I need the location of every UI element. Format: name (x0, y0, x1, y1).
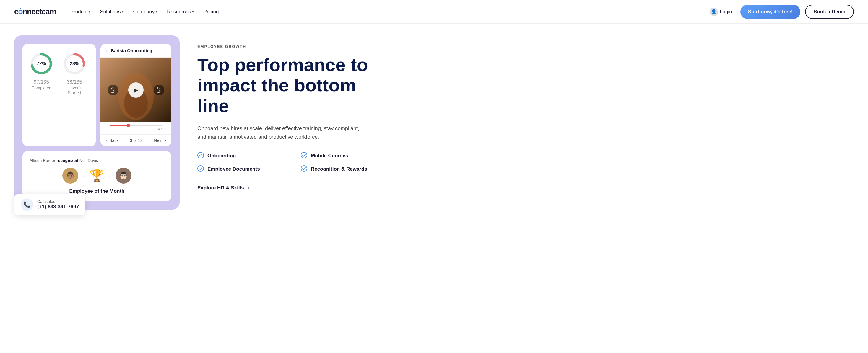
pricing-label: Pricing (203, 9, 219, 15)
recognition-title: Employee of the Month (69, 188, 125, 194)
hero-title-line1: Top performance to (197, 55, 368, 75)
video-back-button[interactable]: < Back (106, 138, 119, 143)
sender-avatar-placeholder: 👨🏽 (62, 168, 78, 184)
not-started-numbers: 38/135 Haven't Started (60, 79, 89, 95)
feature-recognition-rewards: Recognition & Rewards (301, 165, 386, 173)
nav-resources[interactable]: Resources ▾ (163, 6, 197, 17)
nav-pricing[interactable]: Pricing (200, 6, 222, 17)
arrow-right-icon-2: › (109, 173, 111, 179)
feature-label-mobile-courses: Mobile Courses (311, 153, 348, 159)
not-started-donut: 28% (63, 52, 86, 76)
skip-forward-button[interactable]: ↻10 (154, 85, 164, 95)
feature-employee-documents: Employee Documents (197, 165, 283, 173)
company-label: Company (133, 9, 155, 15)
chevron-down-icon: ▾ (122, 10, 123, 13)
check-icon-mobile-courses (301, 152, 307, 160)
not-started-percent: 28% (70, 61, 79, 66)
svg-point-8 (301, 152, 307, 158)
completed-donut: 72% (30, 52, 53, 76)
logo-text: cȯnnecteam (14, 7, 56, 16)
login-button[interactable]: 👤 Login (706, 5, 736, 18)
video-progress-indicator (126, 124, 130, 127)
sender-avatar: 👨🏽 (62, 168, 78, 184)
hero-title: Top performance to impact the bottom lin… (197, 55, 386, 116)
visual-top-row: 72% 97/135 Completed (23, 44, 172, 146)
check-icon-employee-docs (197, 165, 204, 173)
hero-title-line2: impact the bottom line (197, 75, 356, 116)
hero-visual-panel: 72% 97/135 Completed (14, 35, 180, 210)
feature-label-employee-docs: Employee Documents (208, 166, 260, 172)
stats-card: 72% 97/135 Completed (23, 44, 96, 146)
video-progress-fill (110, 125, 128, 126)
arrow-right-icon: › (83, 173, 85, 179)
navbar: cȯnnecteam Product ▾ Solutions ▾ Company… (0, 0, 868, 24)
logo[interactable]: cȯnnecteam (14, 7, 56, 16)
recognition-action: recognized (56, 158, 78, 163)
video-timestamp: 38:47 (105, 127, 167, 133)
call-text: Call sales (+1) 833-391-7697 (37, 199, 79, 210)
nav-company[interactable]: Company ▾ (129, 6, 161, 17)
resources-label: Resources (167, 9, 191, 15)
nav-left: cȯnnecteam Product ▾ Solutions ▾ Company… (14, 6, 222, 17)
product-label: Product (70, 9, 88, 15)
feature-label-onboarding: Onboarding (208, 153, 236, 159)
video-title: Barista Onboarding (111, 48, 152, 53)
not-started-stat: 28% 38/135 Haven't Started (60, 52, 89, 95)
start-free-button[interactable]: Start now, it's free! (740, 5, 801, 19)
completed-numbers: 97/135 Completed (31, 79, 52, 90)
recognition-avatars: 👨🏽 › 🏆 › 👨🏻 (62, 168, 131, 184)
video-card: ‹ Barista Onboarding (100, 44, 172, 146)
video-progress-text: 3 of 12 (130, 138, 143, 143)
category-label: EMPLOYEE GROWTH (197, 44, 386, 49)
not-started-value: 38/135 (60, 79, 89, 85)
completed-percent: 72% (37, 61, 46, 66)
book-demo-button[interactable]: Book a Demo (805, 5, 854, 19)
video-back-nav[interactable]: ‹ (106, 48, 107, 53)
nav-solutions[interactable]: Solutions ▾ (96, 6, 127, 17)
explore-hr-skills-link[interactable]: Explore HR & Skills → (197, 185, 251, 192)
recognition-sender: Allison Berger (30, 158, 55, 163)
phone-icon: 📞 (21, 198, 33, 211)
skip-back-button[interactable]: ↺10 (107, 85, 118, 95)
video-progress-container: 38:47 (100, 122, 172, 134)
nav-right: 👤 Login Start now, it's free! Book a Dem… (706, 5, 854, 19)
chevron-down-icon: ▾ (156, 10, 157, 13)
svg-point-9 (198, 166, 204, 172)
login-label: Login (720, 9, 732, 15)
call-number[interactable]: (+1) 833-391-7697 (37, 204, 79, 210)
recipient-avatar: 👨🏻 (116, 168, 131, 184)
not-started-label: Haven't Started (60, 85, 89, 95)
nav-links: Product ▾ Solutions ▾ Company ▾ Resource… (67, 6, 222, 17)
recipient-avatar-placeholder: 👨🏻 (116, 168, 131, 184)
video-header: ‹ Barista Onboarding (100, 44, 172, 58)
video-overlay: ↺10 ▶ ↻10 (100, 58, 172, 122)
check-icon-recognition (301, 165, 307, 173)
video-next-button[interactable]: Next > (154, 138, 166, 143)
video-footer: < Back 3 of 12 Next > (100, 134, 172, 146)
chevron-down-icon: ▾ (89, 10, 90, 13)
call-sales-widget: 📞 Call sales (+1) 833-391-7697 (14, 193, 85, 215)
check-icon-onboarding (197, 152, 204, 160)
completed-label: Completed (31, 85, 52, 90)
feature-onboarding: Onboarding (197, 152, 283, 160)
completed-stat: 72% 97/135 Completed (30, 52, 53, 95)
recognition-recipient: Neil Davis (80, 158, 98, 163)
stats-row: 72% 97/135 Completed (30, 52, 89, 95)
hero-description: Onboard new hires at scale, deliver effe… (197, 124, 363, 141)
user-icon: 👤 (710, 8, 718, 16)
call-label: Call sales (37, 199, 79, 204)
completed-value: 97/135 (31, 79, 52, 85)
video-progress-bar[interactable] (110, 125, 162, 126)
play-button[interactable]: ▶ (128, 82, 144, 98)
solutions-label: Solutions (100, 9, 121, 15)
hero-content: EMPLOYEE GROWTH Top performance to impac… (197, 35, 386, 192)
feature-label-recognition: Recognition & Rewards (311, 166, 367, 172)
features-grid: Onboarding Mobile Courses Employee Docum… (197, 152, 386, 173)
svg-point-7 (198, 152, 204, 158)
video-thumbnail: ↺10 ▶ ↻10 (100, 58, 172, 122)
nav-product[interactable]: Product ▾ (67, 6, 94, 17)
hero-section: 72% 97/135 Completed (0, 24, 868, 353)
feature-mobile-courses: Mobile Courses (301, 152, 386, 160)
svg-point-10 (301, 166, 307, 172)
trophy-icon: 🏆 (90, 169, 104, 183)
